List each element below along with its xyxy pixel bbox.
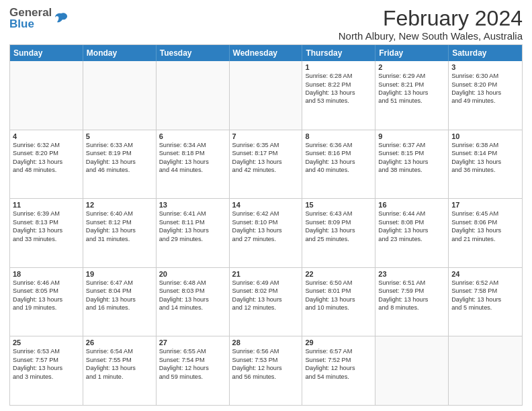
cal-cell-w1-d4 xyxy=(230,61,303,130)
cal-cell-w1-d5: 1Sunrise: 6:28 AM Sunset: 8:22 PM Daylig… xyxy=(302,61,375,130)
day-number: 6 xyxy=(159,132,226,140)
cal-cell-w3-d4: 14Sunrise: 6:42 AM Sunset: 8:10 PM Dayli… xyxy=(230,199,303,267)
day-number: 9 xyxy=(378,132,445,140)
cal-cell-w4-d4: 21Sunrise: 6:49 AM Sunset: 8:02 PM Dayli… xyxy=(230,268,303,336)
day-info: Sunrise: 6:29 AM Sunset: 8:21 PM Dayligh… xyxy=(378,72,445,105)
day-info: Sunrise: 6:33 AM Sunset: 8:19 PM Dayligh… xyxy=(86,141,153,175)
cal-cell-w3-d7: 17Sunrise: 6:45 AM Sunset: 8:06 PM Dayli… xyxy=(449,199,522,267)
cal-cell-w4-d1: 18Sunrise: 6:46 AM Sunset: 8:05 PM Dayli… xyxy=(10,268,83,336)
day-number: 23 xyxy=(378,270,445,278)
cal-cell-w5-d6 xyxy=(375,336,449,405)
day-number: 24 xyxy=(451,270,519,278)
cal-cell-w2-d7: 10Sunrise: 6:38 AM Sunset: 8:14 PM Dayli… xyxy=(449,130,522,199)
page: General Blue February 2024 North Albury,… xyxy=(0,0,532,411)
day-number: 15 xyxy=(305,201,372,209)
day-info: Sunrise: 6:46 AM Sunset: 8:05 PM Dayligh… xyxy=(13,279,80,312)
subtitle: North Albury, New South Wales, Australia xyxy=(339,30,523,42)
day-info: Sunrise: 6:34 AM Sunset: 8:18 PM Dayligh… xyxy=(159,141,226,175)
day-info: Sunrise: 6:52 AM Sunset: 7:58 PM Dayligh… xyxy=(451,279,519,312)
day-number: 7 xyxy=(232,132,300,140)
header-day-tuesday: Tuesday xyxy=(157,45,230,61)
day-info: Sunrise: 6:35 AM Sunset: 8:17 PM Dayligh… xyxy=(232,141,300,175)
day-info: Sunrise: 6:44 AM Sunset: 8:08 PM Dayligh… xyxy=(378,210,445,243)
day-info: Sunrise: 6:37 AM Sunset: 8:15 PM Dayligh… xyxy=(378,141,445,175)
header: General Blue February 2024 North Albury,… xyxy=(9,7,523,42)
day-info: Sunrise: 6:40 AM Sunset: 8:12 PM Dayligh… xyxy=(86,210,153,243)
cal-cell-w5-d1: 25Sunrise: 6:53 AM Sunset: 7:57 PM Dayli… xyxy=(10,336,83,405)
cal-cell-w1-d3 xyxy=(157,61,230,130)
day-number: 10 xyxy=(451,132,519,140)
bird-icon xyxy=(54,11,69,26)
day-number: 3 xyxy=(451,63,519,71)
day-number: 19 xyxy=(86,270,153,278)
main-title: February 2024 xyxy=(339,7,523,30)
cal-cell-w5-d7 xyxy=(449,336,522,405)
day-number: 1 xyxy=(305,63,372,71)
day-number: 14 xyxy=(232,201,300,209)
week-row-2: 4Sunrise: 6:32 AM Sunset: 8:20 PM Daylig… xyxy=(10,130,522,199)
cal-cell-w1-d1 xyxy=(10,61,83,130)
day-number: 4 xyxy=(13,132,80,140)
cal-cell-w1-d7: 3Sunrise: 6:30 AM Sunset: 8:20 PM Daylig… xyxy=(449,61,522,130)
week-row-3: 11Sunrise: 6:39 AM Sunset: 8:13 PM Dayli… xyxy=(10,199,522,268)
day-number: 26 xyxy=(86,338,153,347)
day-number: 8 xyxy=(305,132,372,140)
cal-cell-w2-d6: 9Sunrise: 6:37 AM Sunset: 8:15 PM Daylig… xyxy=(375,130,449,199)
cal-cell-w2-d3: 6Sunrise: 6:34 AM Sunset: 8:18 PM Daylig… xyxy=(157,130,230,199)
cal-cell-w2-d1: 4Sunrise: 6:32 AM Sunset: 8:20 PM Daylig… xyxy=(10,130,83,199)
cal-cell-w5-d4: 28Sunrise: 6:56 AM Sunset: 7:53 PM Dayli… xyxy=(230,336,303,405)
cal-cell-w3-d3: 13Sunrise: 6:41 AM Sunset: 8:11 PM Dayli… xyxy=(157,199,230,267)
day-number: 17 xyxy=(451,201,519,209)
day-info: Sunrise: 6:28 AM Sunset: 8:22 PM Dayligh… xyxy=(305,72,372,105)
day-info: Sunrise: 6:43 AM Sunset: 8:09 PM Dayligh… xyxy=(305,210,372,243)
cal-cell-w3-d6: 16Sunrise: 6:44 AM Sunset: 8:08 PM Dayli… xyxy=(375,199,449,267)
day-info: Sunrise: 6:42 AM Sunset: 8:10 PM Dayligh… xyxy=(232,210,300,243)
header-day-friday: Friday xyxy=(375,45,449,61)
day-info: Sunrise: 6:48 AM Sunset: 8:03 PM Dayligh… xyxy=(159,279,226,312)
day-number: 12 xyxy=(86,201,153,209)
day-number: 29 xyxy=(305,338,372,347)
week-row-5: 25Sunrise: 6:53 AM Sunset: 7:57 PM Dayli… xyxy=(10,336,522,405)
calendar: SundayMondayTuesdayWednesdayThursdayFrid… xyxy=(9,44,523,406)
day-info: Sunrise: 6:36 AM Sunset: 8:16 PM Dayligh… xyxy=(305,141,372,175)
day-info: Sunrise: 6:57 AM Sunset: 7:52 PM Dayligh… xyxy=(305,347,372,381)
cal-cell-w4-d5: 22Sunrise: 6:50 AM Sunset: 8:01 PM Dayli… xyxy=(302,268,375,336)
day-number: 27 xyxy=(159,338,226,347)
logo-blue: Blue xyxy=(9,18,52,30)
day-number: 21 xyxy=(232,270,300,278)
day-info: Sunrise: 6:53 AM Sunset: 7:57 PM Dayligh… xyxy=(13,347,80,381)
header-day-thursday: Thursday xyxy=(302,45,375,61)
cal-cell-w4-d3: 20Sunrise: 6:48 AM Sunset: 8:03 PM Dayli… xyxy=(157,268,230,336)
day-number: 18 xyxy=(13,270,80,278)
cal-cell-w4-d7: 24Sunrise: 6:52 AM Sunset: 7:58 PM Dayli… xyxy=(449,268,522,336)
cal-cell-w3-d5: 15Sunrise: 6:43 AM Sunset: 8:09 PM Dayli… xyxy=(302,199,375,267)
day-info: Sunrise: 6:38 AM Sunset: 8:14 PM Dayligh… xyxy=(451,141,519,175)
day-info: Sunrise: 6:41 AM Sunset: 8:11 PM Dayligh… xyxy=(159,210,226,243)
day-number: 13 xyxy=(159,201,226,209)
day-info: Sunrise: 6:50 AM Sunset: 8:01 PM Dayligh… xyxy=(305,279,372,312)
cal-cell-w4-d2: 19Sunrise: 6:47 AM Sunset: 8:04 PM Dayli… xyxy=(83,268,157,336)
day-number: 2 xyxy=(378,63,445,71)
day-number: 11 xyxy=(13,201,80,209)
header-day-saturday: Saturday xyxy=(449,45,522,61)
day-number: 20 xyxy=(159,270,226,278)
day-number: 16 xyxy=(378,201,445,209)
day-info: Sunrise: 6:56 AM Sunset: 7:53 PM Dayligh… xyxy=(232,347,300,381)
cal-cell-w2-d4: 7Sunrise: 6:35 AM Sunset: 8:17 PM Daylig… xyxy=(230,130,303,199)
cal-cell-w2-d5: 8Sunrise: 6:36 AM Sunset: 8:16 PM Daylig… xyxy=(302,130,375,199)
day-info: Sunrise: 6:30 AM Sunset: 8:20 PM Dayligh… xyxy=(451,72,519,105)
cal-cell-w5-d5: 29Sunrise: 6:57 AM Sunset: 7:52 PM Dayli… xyxy=(302,336,375,405)
day-info: Sunrise: 6:51 AM Sunset: 7:59 PM Dayligh… xyxy=(378,279,445,312)
logo-general: General xyxy=(9,7,52,18)
day-info: Sunrise: 6:39 AM Sunset: 8:13 PM Dayligh… xyxy=(13,210,80,243)
header-day-wednesday: Wednesday xyxy=(230,45,303,61)
day-number: 5 xyxy=(86,132,153,140)
cal-cell-w4-d6: 23Sunrise: 6:51 AM Sunset: 7:59 PM Dayli… xyxy=(375,268,449,336)
day-number: 28 xyxy=(232,338,300,347)
day-info: Sunrise: 6:32 AM Sunset: 8:20 PM Dayligh… xyxy=(13,141,80,175)
header-day-monday: Monday xyxy=(83,45,157,61)
day-info: Sunrise: 6:47 AM Sunset: 8:04 PM Dayligh… xyxy=(86,279,153,312)
cal-cell-w3-d1: 11Sunrise: 6:39 AM Sunset: 8:13 PM Dayli… xyxy=(10,199,83,267)
cal-cell-w2-d2: 5Sunrise: 6:33 AM Sunset: 8:19 PM Daylig… xyxy=(83,130,157,199)
cal-cell-w1-d6: 2Sunrise: 6:29 AM Sunset: 8:21 PM Daylig… xyxy=(375,61,449,130)
